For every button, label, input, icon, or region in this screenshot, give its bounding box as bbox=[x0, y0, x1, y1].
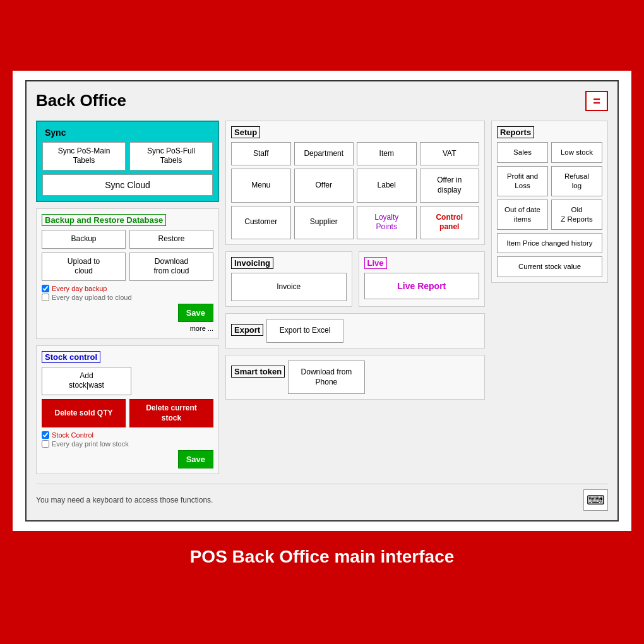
setup-grid: Staff Department Item VAT Menu Offer Lab… bbox=[231, 142, 479, 239]
out-of-date-report-btn[interactable]: Out of dateitems bbox=[497, 200, 548, 230]
backup-save-btn[interactable]: Save bbox=[178, 304, 213, 322]
current-stock-value-btn[interactable]: Current stock value bbox=[497, 256, 602, 277]
reports-label: Reports bbox=[497, 126, 534, 138]
refusal-log-report-btn[interactable]: Refusallog bbox=[551, 166, 602, 196]
keyboard-icon: ⌨ bbox=[583, 489, 608, 511]
everyday-upload-label: Every day upload to cloud bbox=[52, 294, 132, 301]
invoicing-section: Invoicing Invoice bbox=[225, 251, 352, 307]
setup-department-btn[interactable]: Department bbox=[294, 142, 354, 166]
backup-btn-row: Backup Restore bbox=[42, 230, 213, 249]
sync-pos-full-btn[interactable]: Sync PoS-FullTabels bbox=[129, 142, 213, 170]
sync-pos-main-btn[interactable]: Sync PoS-MainTabels bbox=[42, 142, 126, 170]
delete-sold-qty-btn[interactable]: Delete sold QTY bbox=[42, 399, 126, 427]
low-stock-report-btn[interactable]: Low stock bbox=[551, 142, 602, 163]
invoicing-live-row: Invoicing Invoice Live Live Report bbox=[225, 251, 485, 307]
footer-bar: You may need a keyboard to access those … bbox=[36, 484, 608, 511]
everyday-upload-row: Every day upload to cloud bbox=[42, 294, 213, 301]
setup-label: Setup bbox=[231, 126, 260, 138]
outer-wrapper: Back Office = Sync Sync PoS-MainTabels S… bbox=[0, 0, 644, 644]
add-stock-btn[interactable]: Addstock|wast bbox=[42, 367, 131, 395]
item-price-history-btn[interactable]: Item Price changed history bbox=[497, 233, 602, 254]
everyday-backup-label: Every day backup bbox=[52, 285, 107, 292]
cloud-btn-row: Upload tocloud Downloadfrom cloud bbox=[42, 253, 213, 281]
middle-column: Setup Staff Department Item VAT Menu Off… bbox=[225, 121, 485, 474]
smart-token-section: Smart token Download fromPhone bbox=[225, 355, 485, 400]
right-column: Reports Sales Low stock Profit andLoss R… bbox=[491, 121, 608, 474]
invoice-btn[interactable]: Invoice bbox=[231, 273, 347, 302]
everyday-print-checkbox[interactable] bbox=[42, 440, 49, 448]
restore-btn[interactable]: Restore bbox=[129, 230, 213, 249]
setup-vat-btn[interactable]: VAT bbox=[420, 142, 480, 166]
live-report-btn[interactable]: Live Report bbox=[364, 273, 480, 299]
everyday-upload-checkbox[interactable] bbox=[42, 294, 49, 301]
download-cloud-btn[interactable]: Downloadfrom cloud bbox=[129, 253, 213, 281]
setup-offer-display-btn[interactable]: Offer indisplay bbox=[420, 169, 480, 202]
everyday-backup-row: Every day backup bbox=[42, 285, 213, 292]
smart-token-label: Smart token bbox=[231, 366, 285, 378]
stock-add-row: Addstock|wast bbox=[42, 367, 213, 395]
left-column: Sync Sync PoS-MainTabels Sync PoS-FullTa… bbox=[36, 121, 219, 474]
white-background: Back Office = Sync Sync PoS-MainTabels S… bbox=[13, 71, 631, 531]
upload-cloud-btn[interactable]: Upload tocloud bbox=[42, 253, 126, 281]
setup-offer-btn[interactable]: Offer bbox=[294, 169, 354, 202]
stock-section: Stock control Addstock|wast Delete sold … bbox=[36, 345, 219, 474]
sync-section: Sync Sync PoS-MainTabels Sync PoS-FullTa… bbox=[36, 121, 219, 202]
setup-menu-btn[interactable]: Menu bbox=[231, 169, 291, 202]
export-excel-btn[interactable]: Export to Excel bbox=[266, 319, 344, 343]
setup-section: Setup Staff Department Item VAT Menu Off… bbox=[225, 121, 485, 245]
stock-control-row: Stock Control bbox=[42, 431, 213, 439]
main-window: Back Office = Sync Sync PoS-MainTabels S… bbox=[25, 80, 619, 522]
delete-current-stock-btn[interactable]: Delete currentstock bbox=[129, 399, 213, 427]
sync-label: Sync bbox=[42, 127, 68, 138]
setup-customer-btn[interactable]: Customer bbox=[231, 206, 291, 239]
reports-section: Reports Sales Low stock Profit andLoss R… bbox=[491, 121, 608, 283]
live-section: Live Live Report bbox=[359, 251, 486, 307]
stock-save-btn[interactable]: Save bbox=[178, 450, 213, 468]
footer-text: You may need a keyboard to access those … bbox=[36, 496, 213, 504]
everyday-print-label: Every day print low stock bbox=[52, 440, 129, 448]
stock-label: Stock control bbox=[42, 351, 100, 363]
setup-control-panel-btn[interactable]: Controlpanel bbox=[420, 206, 480, 239]
backup-label: Backup and Restore Database bbox=[42, 214, 166, 226]
stock-delete-row: Delete sold QTY Delete currentstock bbox=[42, 399, 213, 427]
invoicing-label: Invoicing bbox=[231, 257, 273, 269]
bottom-caption: POS Back Office main interface bbox=[184, 540, 461, 573]
old-z-reports-btn[interactable]: OldZ Reports bbox=[551, 200, 602, 230]
sync-cloud-btn[interactable]: Sync Cloud bbox=[42, 174, 213, 196]
backup-section: Backup and Restore Database Backup Resto… bbox=[36, 208, 219, 339]
setup-staff-btn[interactable]: Staff bbox=[231, 142, 291, 166]
profit-loss-report-btn[interactable]: Profit andLoss bbox=[497, 166, 548, 196]
export-section: Export Export to Excel bbox=[225, 313, 485, 349]
download-phone-btn[interactable]: Download fromPhone bbox=[288, 361, 366, 394]
menu-button[interactable]: = bbox=[585, 91, 608, 111]
live-label: Live bbox=[364, 257, 387, 269]
more-link[interactable]: more ... bbox=[190, 325, 213, 332]
everyday-print-row: Every day print low stock bbox=[42, 440, 213, 448]
stock-control-checkbox[interactable] bbox=[42, 431, 49, 439]
title-bar: Back Office = bbox=[36, 91, 608, 111]
everyday-backup-checkbox[interactable] bbox=[42, 285, 49, 292]
setup-loyalty-btn[interactable]: LoyaltyPoints bbox=[357, 206, 417, 239]
stock-control-label: Stock Control bbox=[52, 431, 93, 439]
export-label: Export bbox=[231, 324, 263, 336]
sync-btn-row: Sync PoS-MainTabels Sync PoS-FullTabels bbox=[42, 142, 213, 170]
setup-label-btn[interactable]: Label bbox=[357, 169, 417, 202]
reports-grid: Sales Low stock Profit andLoss Refusallo… bbox=[497, 142, 602, 278]
backup-btn[interactable]: Backup bbox=[42, 230, 126, 249]
backup-save-row: Save bbox=[42, 304, 213, 322]
sales-report-btn[interactable]: Sales bbox=[497, 142, 548, 163]
app-title: Back Office bbox=[36, 91, 126, 110]
content-area: Sync Sync PoS-MainTabels Sync PoS-FullTa… bbox=[36, 121, 608, 474]
setup-item-btn[interactable]: Item bbox=[357, 142, 417, 166]
setup-supplier-btn[interactable]: Supplier bbox=[294, 206, 354, 239]
